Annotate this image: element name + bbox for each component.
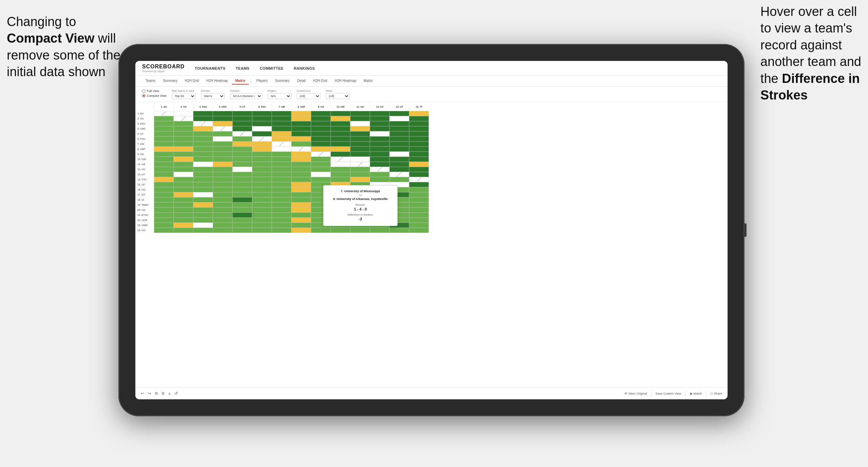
grid-cell[interactable] xyxy=(291,157,311,162)
grid-cell[interactable] xyxy=(409,187,429,192)
grid-cell[interactable] xyxy=(213,116,232,121)
grid-cell[interactable] xyxy=(232,202,252,207)
minus-button[interactable]: ± xyxy=(169,392,171,396)
grid-cell[interactable] xyxy=(390,157,409,162)
grid-container[interactable]: 1. AU 2. VU 3. ASU 4. UNC 5. UT 6. FSU 7… xyxy=(154,102,728,233)
grid-cell[interactable] xyxy=(331,116,350,121)
grid-cell[interactable] xyxy=(272,218,291,223)
grid-cell[interactable] xyxy=(154,136,174,141)
grid-cell[interactable] xyxy=(291,131,311,136)
grid-cell[interactable] xyxy=(291,147,311,152)
grid-cell[interactable] xyxy=(409,111,429,116)
tab-h2h-heatmap2[interactable]: H2H Heatmap xyxy=(331,77,359,85)
grid-cell[interactable] xyxy=(291,223,311,228)
grid-cell[interactable] xyxy=(350,167,370,172)
grid-cell[interactable] xyxy=(154,116,174,121)
grid-cell[interactable] xyxy=(370,131,390,136)
grid-cell[interactable] xyxy=(213,111,232,116)
grid-cell[interactable] xyxy=(193,228,213,233)
grid-cell[interactable] xyxy=(174,172,193,177)
grid-cell[interactable] xyxy=(331,126,350,131)
grid-cell[interactable] xyxy=(154,192,174,197)
grid-cell[interactable] xyxy=(213,167,232,172)
grid-cell[interactable] xyxy=(154,147,174,152)
grid-cell[interactable] xyxy=(370,147,390,152)
grid-cell[interactable] xyxy=(232,172,252,177)
grid-cell[interactable] xyxy=(213,218,232,223)
grid-cell[interactable] xyxy=(213,126,232,131)
full-view-option[interactable]: Full View xyxy=(142,89,166,93)
grid-cell[interactable] xyxy=(213,213,232,218)
filter-max-teams-select[interactable]: Top 50 xyxy=(172,93,196,99)
grid-cell[interactable] xyxy=(311,228,331,233)
grid-cell[interactable] xyxy=(213,172,232,177)
grid-cell[interactable] xyxy=(193,121,213,126)
grid-cell[interactable] xyxy=(409,197,429,202)
grid-cell[interactable] xyxy=(213,162,232,167)
grid-cell[interactable] xyxy=(252,177,272,182)
grid-cell[interactable] xyxy=(291,218,311,223)
grid-cell[interactable] xyxy=(272,152,291,157)
grid-cell[interactable] xyxy=(174,121,193,126)
grid-cell[interactable] xyxy=(272,167,291,172)
grid-cell[interactable] xyxy=(174,223,193,228)
grid-cell[interactable] xyxy=(370,172,390,177)
refresh-button[interactable]: ↺ xyxy=(175,391,178,396)
grid-cell[interactable] xyxy=(291,126,311,131)
grid-cell[interactable] xyxy=(409,218,429,223)
grid-cell[interactable] xyxy=(213,228,232,233)
grid-cell[interactable] xyxy=(390,177,409,182)
watch-button[interactable]: ◉ Watch xyxy=(690,392,702,395)
grid-cell[interactable] xyxy=(193,223,213,228)
grid-cell[interactable] xyxy=(272,223,291,228)
grid-cell[interactable] xyxy=(213,121,232,126)
grid-cell[interactable] xyxy=(154,172,174,177)
grid-cell[interactable] xyxy=(331,152,350,157)
grid-cell[interactable] xyxy=(409,131,429,136)
tab-h2h-heatmap1[interactable]: H2H Heatmap xyxy=(203,77,231,85)
grid-cell[interactable] xyxy=(174,228,193,233)
grid-cell[interactable] xyxy=(409,167,429,172)
grid-cell[interactable] xyxy=(252,136,272,141)
grid-cell[interactable] xyxy=(213,192,232,197)
grid-cell[interactable] xyxy=(272,187,291,192)
grid-cell[interactable] xyxy=(213,187,232,192)
grid-cell[interactable] xyxy=(232,187,252,192)
save-custom-button[interactable]: Save Custom View xyxy=(655,392,681,395)
grid-cell[interactable] xyxy=(252,141,272,147)
compact-view-option[interactable]: Compact View xyxy=(142,94,166,97)
grid-cell[interactable] xyxy=(291,121,311,126)
grid-cell[interactable] xyxy=(232,152,252,157)
grid-cell[interactable] xyxy=(272,202,291,207)
grid-cell[interactable] xyxy=(331,172,350,177)
grid-cell[interactable] xyxy=(232,167,252,172)
grid-cell[interactable] xyxy=(272,121,291,126)
grid-cell[interactable] xyxy=(350,141,370,147)
grid-cell[interactable] xyxy=(272,126,291,131)
grid-cell[interactable] xyxy=(213,157,232,162)
grid-cell[interactable] xyxy=(291,162,311,167)
grid-cell[interactable] xyxy=(272,177,291,182)
grid-cell[interactable] xyxy=(311,152,331,157)
grid-cell[interactable] xyxy=(311,141,331,147)
grid-cell[interactable] xyxy=(193,162,213,167)
grid-cell[interactable] xyxy=(252,187,272,192)
grid-cell[interactable] xyxy=(272,162,291,167)
grid-cell[interactable] xyxy=(174,197,193,202)
grid-cell[interactable] xyxy=(154,207,174,213)
grid-cell[interactable] xyxy=(390,111,409,116)
grid-cell[interactable] xyxy=(232,147,252,152)
share-button[interactable]: ⬡ Share xyxy=(710,392,722,395)
grid-cell[interactable] xyxy=(311,126,331,131)
grid-cell[interactable] xyxy=(232,228,252,233)
grid-cell[interactable] xyxy=(272,197,291,202)
grid-cell[interactable] xyxy=(193,182,213,187)
filter-division-select[interactable]: NCAA Division I xyxy=(230,93,262,99)
tab-h2h-grid2[interactable]: H2H Grid xyxy=(310,77,331,85)
grid-cell[interactable] xyxy=(370,177,390,182)
grid-cell[interactable] xyxy=(193,157,213,162)
grid-cell[interactable] xyxy=(311,172,331,177)
grid-cell[interactable] xyxy=(350,228,370,233)
grid-cell[interactable] xyxy=(272,157,291,162)
grid-cell[interactable] xyxy=(252,152,272,157)
